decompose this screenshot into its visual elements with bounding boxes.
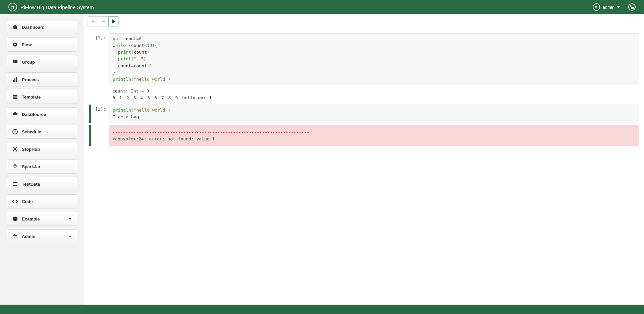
- app-title: PiFlow Big Data Pipeline System: [20, 4, 94, 10]
- sidebar-item-stophub[interactable]: StopHub: [7, 142, 77, 156]
- sidebar-label: Code: [22, 199, 33, 204]
- chart-icon: [12, 77, 18, 82]
- user-name: admin: [603, 5, 614, 10]
- sidebar-label: Schedule: [22, 129, 41, 134]
- user-menu[interactable]: admin: [593, 3, 620, 11]
- svg-point-23: [13, 234, 15, 236]
- app-header: PiFlow Big Data Pipeline System admin: [0, 0, 644, 14]
- sidebar-label: Process: [22, 77, 39, 82]
- globe-icon[interactable]: [628, 3, 636, 11]
- sidebar-label: DataSource: [22, 112, 46, 117]
- box-icon: [12, 216, 18, 222]
- svg-rect-4: [16, 60, 17, 61]
- header-right: admin: [593, 3, 636, 11]
- chevron-down-icon: [69, 218, 71, 220]
- sidebar-label: SparkJar: [22, 164, 41, 169]
- svg-point-16: [13, 147, 14, 148]
- code-editor[interactable]: var count=0 while (count<10){ print(coun…: [109, 33, 639, 85]
- sidebar-item-schedule[interactable]: Schedule: [7, 125, 77, 139]
- code-editor[interactable]: println("hello world") I am a bug: [109, 105, 639, 123]
- svg-rect-9: [14, 78, 15, 82]
- svg-rect-2: [13, 60, 14, 61]
- users-icon: [12, 234, 18, 239]
- cell-prompt-blank: [91, 85, 109, 105]
- svg-rect-5: [13, 61, 14, 63]
- cell-output-row: count: Int = 0 0、1、2、3、4、5、6、7、8、9、hello…: [89, 85, 639, 105]
- svg-rect-3: [14, 60, 16, 61]
- list-icon: [12, 94, 18, 100]
- hub-icon: [12, 146, 18, 152]
- grid-icon: [12, 59, 18, 65]
- sidebar-item-testdata[interactable]: TestData: [7, 177, 77, 191]
- notebook-toolbar: + −: [84, 14, 644, 29]
- sidebar-item-dashboard[interactable]: Dashboard: [7, 20, 77, 34]
- svg-rect-7: [16, 61, 17, 63]
- run-cell-button[interactable]: [108, 16, 119, 26]
- user-avatar-icon: [593, 3, 600, 11]
- cell-input-row: [2]: println("hello world") I am a bug: [89, 105, 639, 123]
- sidebar-item-example[interactable]: Example: [7, 212, 77, 226]
- sidebar-label: Dashboard: [22, 25, 45, 30]
- clock-icon: [12, 129, 18, 134]
- gear-icon: [12, 164, 18, 169]
- body-area: Dashboard Flow Group Process Template: [0, 14, 644, 305]
- lines-icon: [12, 181, 18, 187]
- notebook-pane: + − [1]: var count=0 while (count<10){ p…: [84, 14, 644, 305]
- header-left: PiFlow Big Data Pipeline System: [8, 3, 94, 11]
- flow-icon: [12, 42, 18, 47]
- svg-point-17: [16, 147, 17, 148]
- app-footer: [0, 305, 644, 314]
- chevron-down-icon: [617, 6, 620, 8]
- sidebar-label: Example: [22, 216, 40, 222]
- svg-rect-12: [13, 97, 17, 98]
- svg-rect-13: [13, 98, 17, 99]
- cell-prompt-blank: [91, 125, 109, 146]
- plus-icon: +: [91, 18, 94, 24]
- svg-rect-6: [14, 61, 16, 63]
- svg-point-15: [14, 148, 16, 150]
- sidebar-label: Admin: [22, 234, 35, 239]
- cell-output: count: Int = 0 0、1、2、3、4、5、6、7、8、9、hello…: [109, 85, 639, 105]
- svg-rect-21: [13, 184, 16, 184]
- chevron-down-icon: [69, 236, 71, 237]
- sidebar: Dashboard Flow Group Process Template: [0, 14, 84, 305]
- remove-cell-button[interactable]: −: [98, 16, 109, 26]
- cell-prompt: [1]:: [91, 33, 109, 85]
- code-icon: [12, 199, 18, 204]
- add-cell-button[interactable]: +: [88, 16, 98, 26]
- sidebar-label: Flow: [22, 42, 32, 47]
- sidebar-item-flow[interactable]: Flow: [7, 38, 77, 52]
- sidebar-item-process[interactable]: Process: [7, 72, 77, 86]
- sidebar-item-sparkjar[interactable]: SparkJar: [7, 160, 77, 174]
- cell-output-row: ----------------------------------------…: [89, 125, 639, 146]
- sidebar-label: StopHub: [22, 147, 40, 152]
- svg-point-19: [16, 150, 17, 151]
- svg-point-24: [15, 235, 17, 237]
- logo-icon: [8, 3, 17, 11]
- cells-area: [1]: var count=0 while (count<10){ print…: [84, 29, 644, 150]
- sidebar-item-template[interactable]: Template: [7, 90, 77, 104]
- home-icon: [12, 24, 18, 30]
- play-icon: [112, 19, 115, 23]
- cell-prompt: [2]:: [91, 105, 109, 123]
- minus-icon: −: [102, 18, 105, 24]
- svg-rect-10: [16, 77, 17, 82]
- sidebar-label: Group: [22, 60, 35, 65]
- cell-error-output: ----------------------------------------…: [109, 125, 639, 146]
- svg-point-18: [13, 150, 14, 151]
- sidebar-item-datasource[interactable]: DataSource: [7, 107, 77, 121]
- cell-input-row: [1]: var count=0 while (count<10){ print…: [89, 33, 639, 85]
- svg-rect-20: [13, 182, 17, 183]
- cloud-icon: [12, 112, 18, 117]
- svg-point-1: [14, 44, 16, 45]
- svg-rect-8: [13, 80, 14, 82]
- sidebar-item-admin[interactable]: Admin: [7, 229, 77, 243]
- svg-rect-22: [13, 185, 17, 186]
- sidebar-item-group[interactable]: Group: [7, 55, 77, 69]
- sidebar-item-code[interactable]: Code: [7, 194, 77, 208]
- sidebar-label: TestData: [22, 182, 40, 187]
- svg-rect-11: [13, 95, 17, 96]
- sidebar-label: Template: [22, 95, 41, 100]
